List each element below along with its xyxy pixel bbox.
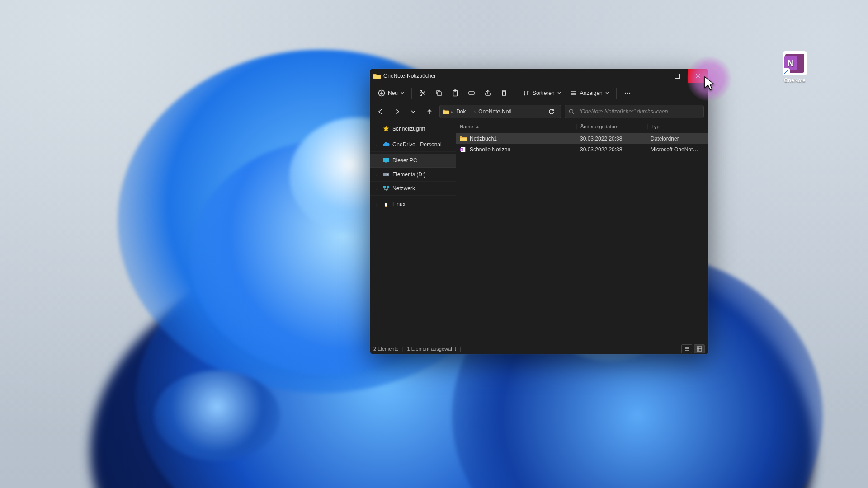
view-button[interactable]: Anzeigen (566, 86, 613, 100)
close-button[interactable] (688, 69, 708, 83)
scissors-icon (419, 89, 426, 97)
svg-point-1 (420, 94, 422, 96)
svg-point-19 (385, 203, 386, 204)
search-input[interactable] (578, 108, 700, 115)
nav-tree[interactable]: ›Schnellzugriff›OneDrive - PersonalDiese… (370, 120, 456, 343)
pc-icon (382, 157, 390, 164)
file-date: 30.03.2022 20:38 (576, 136, 647, 142)
sort-icon (523, 89, 530, 97)
col-date[interactable]: Änderungsdatum (577, 124, 648, 129)
col-size[interactable]: Gr… (706, 124, 708, 129)
chevron-down-icon (401, 91, 404, 95)
delete-button[interactable] (497, 86, 511, 100)
svg-rect-6 (469, 92, 474, 94)
copy-icon (435, 89, 443, 97)
clipboard-icon (452, 89, 459, 97)
tree-item-eldrive[interactable]: ›Elements (D:) (370, 168, 456, 182)
expand-chevron-icon[interactable]: › (374, 127, 380, 131)
desktop-icon-onenote[interactable]: N OneNote (773, 51, 816, 84)
breadcrumb-segment[interactable]: Dok… (456, 108, 471, 115)
expand-chevron-icon[interactable]: › (374, 186, 380, 191)
copy-button[interactable] (432, 86, 446, 100)
col-type[interactable]: Typ (648, 124, 706, 129)
chevron-down-icon (557, 91, 561, 95)
tree-item-onedrive[interactable]: ›OneDrive - Personal (370, 138, 456, 152)
search-box[interactable] (565, 105, 704, 118)
window-title: OneNote-Notizbücher (383, 73, 436, 79)
status-count: 2 Elemente (373, 346, 399, 352)
svg-rect-16 (387, 186, 389, 188)
minimize-button[interactable] (646, 69, 667, 83)
svg-point-9 (629, 93, 630, 94)
status-selected: 1 Element ausgewählt (407, 346, 456, 352)
list-view-toggle[interactable] (681, 344, 692, 353)
expand-chevron-icon[interactable]: › (374, 172, 380, 177)
svg-rect-22 (465, 147, 466, 152)
tree-item-linux[interactable]: ›Linux (370, 197, 456, 211)
forward-button[interactable] (391, 105, 403, 118)
cut-button[interactable] (415, 86, 430, 100)
penguin-icon (382, 201, 390, 208)
tree-item-quick[interactable]: ›Schnellzugriff (370, 122, 456, 136)
svg-rect-11 (383, 158, 389, 162)
view-icon (570, 89, 577, 97)
new-button-label: Neu (388, 90, 398, 96)
svg-text:N: N (461, 149, 462, 151)
column-headers[interactable]: Name ▲ Änderungsdatum Typ Gr… (456, 120, 708, 133)
sort-indicator-icon: ▲ (476, 125, 479, 129)
shortcut-arrow-icon (783, 68, 790, 75)
up-button[interactable] (423, 105, 436, 118)
tree-item-network[interactable]: ›Netzwerk (370, 182, 456, 196)
more-button[interactable] (620, 86, 635, 100)
file-explorer-window: OneNote-Notizbücher Neu (370, 69, 708, 354)
horizontal-scrollbar[interactable] (469, 340, 696, 340)
tree-item-label: Schnellzugriff (392, 126, 425, 132)
refresh-button[interactable] (545, 105, 558, 118)
svg-rect-3 (438, 92, 441, 96)
file-name: Schnelle Notizen (470, 146, 510, 153)
network-icon (382, 185, 390, 192)
history-dropdown-button[interactable] (407, 105, 420, 118)
breadcrumb-segment[interactable]: OneNote-Noti… (478, 108, 517, 115)
titlebar[interactable]: OneNote-Notizbücher (370, 69, 708, 83)
file-type: Dateiordner (647, 136, 705, 142)
status-bar: 2 Elemente | 1 Element ausgewählt | (370, 343, 708, 354)
file-list-empty-area[interactable] (456, 155, 708, 340)
share-button[interactable] (481, 86, 495, 100)
paste-button[interactable] (448, 86, 462, 100)
view-button-label: Anzeigen (580, 90, 603, 96)
chevron-down-icon (605, 91, 609, 95)
file-name: Notizbuch1 (470, 136, 497, 142)
back-button[interactable] (374, 105, 387, 118)
svg-point-20 (387, 203, 387, 204)
svg-point-2 (420, 90, 422, 92)
rename-button[interactable] (464, 86, 479, 100)
svg-point-10 (570, 109, 573, 113)
drive-icon (382, 171, 390, 178)
tree-item-thispc[interactable]: Dieser PC (370, 154, 456, 168)
tree-item-label: Dieser PC (392, 157, 417, 164)
expand-chevron-icon[interactable]: › (374, 142, 380, 147)
tree-item-label: Elements (D:) (392, 171, 425, 178)
folder-icon (443, 108, 449, 115)
desktop-icon-label: OneNote (773, 77, 816, 84)
nav-row: « Dok… › OneNote-Noti… ⌄ (370, 103, 708, 120)
details-view-toggle[interactable] (694, 344, 705, 353)
new-button[interactable]: Neu (374, 86, 408, 100)
address-bar[interactable]: « Dok… › OneNote-Noti… ⌄ (439, 105, 561, 118)
tree-item-label: Netzwerk (392, 185, 415, 192)
new-plus-icon (378, 89, 385, 97)
chevron-right-icon: › (473, 109, 476, 114)
onenote-icon: N (460, 146, 467, 153)
sort-button[interactable]: Sortieren (519, 86, 565, 100)
maximize-button[interactable] (667, 69, 688, 83)
file-row[interactable]: Notizbuch130.03.2022 20:38Dateiordner (456, 133, 708, 144)
chevron-down-icon[interactable]: ⌄ (540, 109, 543, 114)
tree-item-label: Linux (392, 201, 406, 207)
svg-rect-25 (697, 347, 702, 351)
col-name[interactable]: Name ▲ (456, 124, 577, 129)
svg-point-7 (625, 93, 626, 94)
expand-chevron-icon[interactable]: › (374, 202, 380, 207)
file-row[interactable]: NSchnelle Notizen30.03.2022 20:38Microso… (456, 144, 708, 155)
rename-icon (468, 89, 475, 97)
